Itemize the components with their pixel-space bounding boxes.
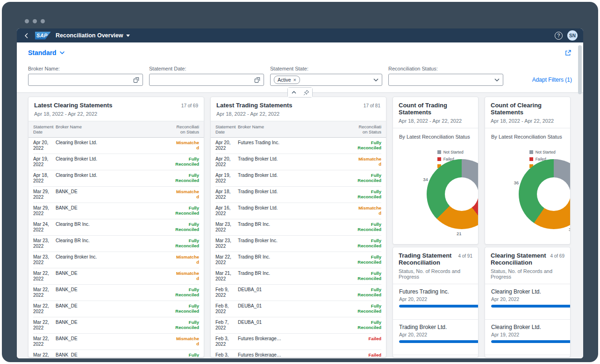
table-row[interactable]: Feb 8, 2022DEUBA_01Fully Reconciled xyxy=(215,301,381,317)
table-row[interactable]: Apr 20, 2022Clearing Broker Ltd.Mismatch… xyxy=(33,138,199,154)
donut-chart-trading[interactable]: 26102134 xyxy=(427,159,479,229)
table-row[interactable]: Mar 22, 2022BANK_DEFully Reconciled xyxy=(33,317,199,334)
value-help-icon[interactable] xyxy=(133,77,139,83)
list-item[interactable]: Clearing Broker Ltd.Apr 18, 202212100%Fu… xyxy=(485,355,570,357)
window-chrome xyxy=(25,19,45,23)
chevron-down-icon[interactable] xyxy=(494,78,500,82)
statement-date-input[interactable] xyxy=(149,74,264,86)
reconciliation-status-cell: Mismatched xyxy=(175,140,199,151)
header-collapse-controls xyxy=(287,87,313,98)
broker-name-cell: BANK_DE xyxy=(56,352,173,357)
progress-bar-fill xyxy=(491,305,570,308)
table-row[interactable]: Mar 22, 2022Trading BR Inc.Fully Reconci… xyxy=(215,252,381,268)
broker-name-cell: Trading Broker Inc. xyxy=(238,238,355,249)
reconciliation-status-select[interactable] xyxy=(388,74,503,86)
share-button[interactable] xyxy=(564,49,572,58)
table-row[interactable]: Mar 21, 2022Trading BR Inc.Fully Reconci… xyxy=(215,268,381,285)
progress-percent: 87% xyxy=(491,309,570,315)
list-item-meta: Apr 19, 202218 xyxy=(491,332,570,337)
column-header-statement-date[interactable]: Statement Date xyxy=(33,124,54,135)
variant-selector[interactable]: Standard xyxy=(28,49,64,56)
list-item[interactable]: Trading Broker Ltd.Apr 20, 20221687%Mism… xyxy=(393,320,478,355)
progress-bar-fill xyxy=(399,305,478,308)
donut-chart-clearing[interactable]: 2123036 xyxy=(519,159,571,229)
column-header-broker-name[interactable]: Broker Name xyxy=(238,124,355,135)
collapse-header-button[interactable] xyxy=(288,88,300,97)
table-row[interactable]: Mar 22, 2022BANK_DEMismatched xyxy=(33,334,199,350)
reconciliation-status-cell: Mismatched xyxy=(175,254,199,266)
table-row[interactable]: Apr 18, 2022Clearing Broker Ltd.Fully Re… xyxy=(33,170,199,187)
back-button[interactable] xyxy=(22,32,30,40)
donut-hole xyxy=(445,177,479,211)
sap-logo-text: SAP xyxy=(36,33,48,38)
table-row[interactable]: Mar 29, 2022BANK_DEFully Reconciled xyxy=(33,203,199,219)
table-row[interactable]: Mar 23, 2022Trading BR Inc.Fully Reconci… xyxy=(215,219,381,236)
reconciliation-status-cell: Mismatched xyxy=(357,156,381,168)
table-row[interactable]: Feb 7, 2022DEUBA_01Fully Reconciled xyxy=(215,317,381,334)
help-icon[interactable]: ? xyxy=(555,32,563,40)
table-row[interactable]: Apr 20, 2022Futures Trading Inc.Fully Re… xyxy=(215,138,381,154)
card-title: Clearing Statement Reconciliation xyxy=(491,252,547,266)
statement-date-cell: Apr 20, 2022 xyxy=(215,140,236,151)
legend-label: Not Started xyxy=(536,150,556,154)
column-header-statement-date[interactable]: Statement Date xyxy=(215,124,236,135)
statement-date: Apr 20, 2022 xyxy=(399,296,427,302)
broker-name-cell: Trading Broker Ltd. xyxy=(238,205,355,217)
filter-token-active[interactable]: Active × xyxy=(274,76,300,84)
list-item[interactable]: Clearing Broker Ltd.Apr 20, 20226487%Mis… xyxy=(485,284,570,320)
table-row[interactable]: Apr 20, 2022Trading Broker Ltd.Mismatche… xyxy=(215,154,381,170)
adapt-filters-link[interactable]: Adapt Filters (1) xyxy=(532,77,572,86)
statement-date-cell: Feb 7, 2022 xyxy=(215,320,236,331)
list-item[interactable]: Clearing Broker Ltd.Apr 19, 202218100%Fu… xyxy=(485,320,570,355)
chevron-down-icon[interactable] xyxy=(373,78,379,82)
table-row[interactable]: Feb 3, 2022Futures Brokerage…Failed xyxy=(215,334,381,350)
statement-date-cell: Apr 18, 2022 xyxy=(33,173,54,184)
pin-header-button[interactable] xyxy=(300,88,312,97)
value-help-icon[interactable] xyxy=(254,77,260,83)
progress-bar xyxy=(399,340,478,343)
statement-date-cell: Mar 22, 2022 xyxy=(33,303,54,315)
token-remove-icon[interactable]: × xyxy=(293,77,296,83)
list-item[interactable]: Futures Trading Inc.Apr 20, 20228100%Ful… xyxy=(393,284,478,320)
table-row[interactable]: Apr 19, 2022Clearing Broker Ltd.Fully Re… xyxy=(33,154,199,170)
list-item-main: Trading Broker Ltd.Apr 20, 20221687% xyxy=(399,324,478,350)
table-row[interactable]: Mar 22, 2022BANK_DEFully Reconciled xyxy=(33,285,199,301)
broker-name-cell: Futures Trading Inc. xyxy=(238,140,355,151)
table-row[interactable]: Mar 22, 2022BANK_DEMismatched xyxy=(33,268,199,285)
statement-date-cell: Mar 22, 2022 xyxy=(215,254,236,266)
list-item[interactable]: Trading Broker Ltd.Apr 19, 20226100%Full… xyxy=(393,355,478,357)
table-row[interactable]: Mar 29, 2022BANK_DEMismatched xyxy=(33,187,199,203)
broker-name-cell: Clearing BR Inc. xyxy=(56,222,173,233)
window-dot xyxy=(41,19,45,23)
statement-date-cell: Apr 18, 2022 xyxy=(215,189,236,200)
column-header-broker-name[interactable]: Broker Name xyxy=(56,124,173,135)
column-header-reconciliation-status[interactable]: Reconciliation Status xyxy=(357,124,381,135)
table-row[interactable]: Feb 3, 2022Futures Brokerage…Failed xyxy=(215,350,381,357)
table-row[interactable]: Mar 23, 2022Clearing BR Inc.Fully Reconc… xyxy=(33,236,199,252)
reconciliation-status-cell: Mismatched xyxy=(175,189,199,200)
app-title-menu[interactable]: Reconciliation Overview xyxy=(56,32,130,39)
scrollbar-thumb[interactable] xyxy=(578,45,582,94)
statement-state-select[interactable]: Active × xyxy=(270,74,382,86)
table-row[interactable]: Mar 24, 2022Clearing BR Inc.Fully Reconc… xyxy=(33,219,199,236)
table-row[interactable]: Apr 18, 2022Trading Broker Ltd.Fully Rec… xyxy=(215,187,381,203)
statement-date-cell: Mar 22, 2022 xyxy=(33,287,54,298)
avatar[interactable]: SN xyxy=(567,30,578,41)
table-row[interactable]: Mar 23, 2022Clearing Broker Inc.Mismatch… xyxy=(33,252,199,268)
donut-hole xyxy=(537,177,571,211)
column-header-reconciliation-status[interactable]: Reconciliation Status xyxy=(175,124,199,135)
table-row[interactable]: Apr 19, 2022Trading Broker Ltd.Fully Rec… xyxy=(215,170,381,187)
broker-name-input[interactable] xyxy=(28,74,143,86)
filter-statement-date: Statement Date: xyxy=(149,66,264,86)
table-row[interactable]: Mar 23, 2022Trading Broker Inc.Fully Rec… xyxy=(215,236,381,252)
card-body: By Latest Reconciliation Status Not Star… xyxy=(393,128,478,244)
broker-name-cell: Clearing BR Inc. xyxy=(56,238,173,249)
table-row[interactable]: Apr 16, 2022Trading Broker Ltd.Mismatche… xyxy=(215,203,381,219)
vertical-scrollbar[interactable] xyxy=(578,44,582,356)
reconciliation-status-cell: Fully Reconciled xyxy=(175,303,199,315)
table-row[interactable]: Feb 9, 2022DEUBA_01Fully Reconciled xyxy=(215,285,381,301)
broker-name-cell: BANK_DE xyxy=(56,205,173,217)
table-row[interactable]: Mar 22, 2022BANK_DEFully Reconciled xyxy=(33,350,199,357)
table-row[interactable]: Mar 22, 2022BANK_DEFully Reconciled xyxy=(33,301,199,317)
card-subtitle: Apr 18, 2022 - Apr 22, 2022 xyxy=(216,111,380,117)
